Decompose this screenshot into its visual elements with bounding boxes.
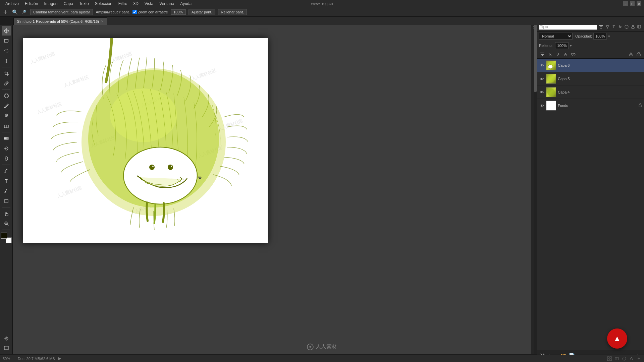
layer-row-capa6[interactable]: Capa 6	[537, 59, 644, 72]
svg-rect-14	[5, 199, 8, 203]
text-tool[interactable]: T	[2, 176, 11, 186]
zoom-drag-option[interactable]: Zoom con arrastre	[132, 10, 168, 14]
menu-vista[interactable]: Vista	[142, 1, 156, 7]
doc-info: Doc: 20.7 MB/62.6 MB	[18, 357, 55, 361]
path-select-tool[interactable]	[2, 186, 11, 196]
fill-bar: Relleno: ▾	[537, 41, 644, 50]
layer-lock-position-icon[interactable]	[628, 51, 634, 57]
menu-capa[interactable]: Capa	[61, 1, 76, 7]
layer-text-style-icon[interactable]	[562, 51, 569, 57]
move-tool-icon[interactable]: ✛	[2, 9, 9, 15]
svg-rect-57	[610, 357, 611, 358]
tool-extras	[2, 334, 11, 353]
menu-3d[interactable]: 3D	[130, 1, 141, 7]
svg-point-24	[123, 147, 197, 204]
layer-row-capa5[interactable]: Capa 5	[537, 72, 644, 85]
layer-visibility-fondo[interactable]	[539, 103, 544, 108]
rellenar-button[interactable]: Rellenar pant.	[218, 9, 247, 15]
svg-point-1	[6, 60, 7, 62]
svg-rect-9	[4, 137, 8, 139]
opacity-input[interactable]	[593, 33, 607, 40]
float-action-button[interactable]: ▲	[607, 328, 627, 349]
gradient-tool[interactable]	[2, 134, 11, 143]
blend-mode-bar: Normal Opacidad: ▾	[537, 32, 644, 41]
svg-rect-34	[600, 28, 602, 28]
svg-rect-32	[599, 25, 603, 26]
close-button[interactable]: ✕	[637, 1, 641, 6]
maximize-button[interactable]: □	[630, 1, 635, 6]
fill-input[interactable]	[555, 42, 569, 49]
menu-filtro[interactable]: Filtro	[116, 1, 130, 7]
layer-filter-action-icon[interactable]	[539, 51, 546, 57]
layer-visibility-capa5[interactable]	[539, 76, 544, 81]
pen-tool[interactable]	[2, 166, 11, 176]
menu-ventana[interactable]: Ventana	[157, 1, 177, 7]
svg-rect-58	[607, 359, 609, 361]
tool-separator-3	[2, 132, 10, 132]
screen-mode-tool[interactable]	[2, 343, 11, 353]
svg-point-54	[541, 105, 542, 106]
zoom-drag-label: Zoom con arrastre	[138, 10, 168, 14]
minimize-button[interactable]: –	[623, 1, 628, 6]
document-tab[interactable]: Sin título-1-Recuperado al 50% (Capa 6, …	[13, 17, 107, 25]
layer-name-capa6: Capa 6	[558, 63, 642, 67]
menu-edicion[interactable]: Edición	[22, 1, 41, 7]
layer-brush-action-icon[interactable]	[554, 51, 561, 57]
brush-tool[interactable]	[2, 101, 11, 111]
ajustar-button[interactable]: Ajustar pant.	[189, 9, 215, 15]
zoom-in-icon[interactable]: 🔍	[11, 9, 18, 15]
options-bar: ✛ 🔍 🔎 Cambiar tamaño vent. para ajustar …	[0, 7, 644, 17]
fill-dropdown-arrow[interactable]: ▾	[570, 44, 572, 48]
menu-seleccion[interactable]: Selección	[92, 1, 115, 7]
eraser-tool[interactable]	[2, 121, 11, 131]
fill-option-label: Ampliar/reducir pant.	[96, 10, 130, 14]
healing-tool[interactable]	[2, 91, 11, 101]
layer-fx-action-icon[interactable]: fx	[547, 51, 553, 57]
clone-tool[interactable]	[2, 111, 11, 121]
foreground-color-swatch[interactable]	[1, 233, 7, 239]
menu-texto[interactable]: Texto	[76, 1, 92, 7]
crop-tool[interactable]	[2, 69, 11, 78]
select-rect-tool[interactable]	[2, 36, 11, 46]
hand-tool[interactable]	[2, 209, 11, 218]
scrollbar-thumb[interactable]	[534, 25, 537, 92]
quick-mask-tool[interactable]	[2, 334, 11, 343]
tab-close-icon[interactable]: ✕	[101, 19, 104, 23]
layer-lock-all-icon[interactable]	[635, 51, 642, 57]
fit-window-button[interactable]: Cambiar tamaño vent. para ajustar	[30, 9, 93, 15]
menu-archivo[interactable]: Archivo	[3, 1, 21, 7]
lasso-tool[interactable]	[2, 46, 11, 56]
svg-point-46	[638, 55, 639, 55]
layer-actions-bar: fx	[537, 50, 644, 59]
magic-wand-tool[interactable]	[2, 56, 11, 66]
menu-imagen[interactable]: Imagen	[41, 1, 60, 7]
blur-tool[interactable]	[2, 144, 11, 153]
canvas-area[interactable]: 人人素材社区 人人素材社区 人人素材社区 人人素材社区 人人素材社区 人人素材社…	[13, 25, 537, 354]
svg-point-62	[623, 357, 626, 360]
move-tool[interactable]	[2, 26, 11, 36]
eyedropper-tool[interactable]	[2, 79, 11, 88]
svg-point-50	[541, 78, 542, 79]
svg-point-49	[548, 65, 553, 69]
layer-link-icon[interactable]	[570, 51, 577, 57]
layer-row-fondo[interactable]: Fondo	[537, 99, 644, 112]
blend-mode-select[interactable]: Normal	[539, 33, 573, 40]
status-right-icons	[607, 356, 641, 361]
canvas[interactable]: 人人素材社区 人人素材社区 人人素材社区 人人素材社区 人人素材社区 人人素材社…	[23, 38, 268, 243]
layer-visibility-capa4[interactable]	[539, 89, 544, 95]
zoom-drag-checkbox[interactable]	[132, 10, 137, 14]
svg-point-25	[149, 165, 155, 170]
zoom-out-icon[interactable]: 🔎	[21, 9, 28, 15]
vertical-scrollbar[interactable]	[534, 25, 537, 354]
opacity-dropdown-arrow[interactable]: ▾	[608, 34, 610, 39]
svg-rect-37	[638, 25, 641, 28]
dodge-tool[interactable]	[2, 154, 11, 163]
menu-ayuda[interactable]: Ayuda	[177, 1, 194, 7]
doc-info-arrow[interactable]: ▶	[58, 356, 61, 361]
zoom-tool[interactable]	[2, 219, 11, 228]
zoom-value-display: 100%	[171, 9, 186, 15]
layer-visibility-capa6[interactable]	[539, 63, 544, 68]
shape-tool[interactable]	[2, 196, 11, 206]
layer-name-capa4: Capa 4	[558, 90, 642, 94]
layer-row-capa4[interactable]: Capa 4	[537, 85, 644, 99]
